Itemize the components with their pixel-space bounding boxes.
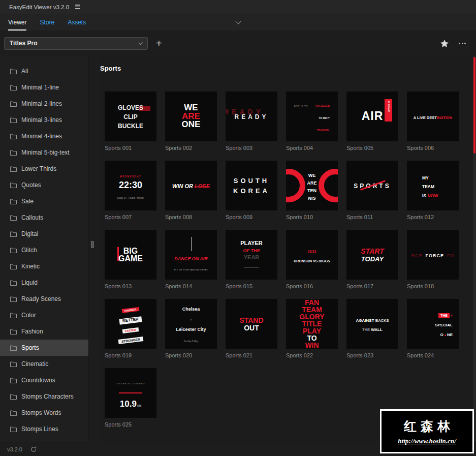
template-thumbnail[interactable]: READYREADY: [226, 92, 277, 141]
thumb-art: WEDNESDAY22:30Stage 14 · Rodez / Mende: [105, 161, 156, 210]
more-options-icon[interactable]: [459, 43, 466, 44]
thumb-text: DANCE ON AIR: [174, 256, 208, 261]
template-thumbnail[interactable]: PLAYEROF THEYEAR: [226, 230, 277, 280]
content-area: Sports GLOVESCLIPBUCKLESports 001WEAREON…: [100, 56, 473, 442]
thumb-text: FORCE: [423, 253, 448, 258]
thumb-text: NOW: [427, 193, 438, 198]
sidebar-item-stomps-characters[interactable]: Stomps Characters: [0, 388, 88, 405]
vertical-scrollbar[interactable]: [473, 56, 476, 442]
sidebar-item-liquid[interactable]: Liquid: [0, 275, 88, 291]
thumb-text: HARDER: [122, 307, 139, 313]
sidebar-item-stomps-lines[interactable]: Stomps Lines: [0, 421, 88, 437]
template-thumbnail[interactable]: DANCE ON AIRFLY ON YOUR DANCING SHOES: [165, 230, 217, 280]
sidebar-item-label: Countdowns: [21, 377, 55, 384]
thumb-art: DISTANCE COVERED10.9 KM: [105, 368, 156, 418]
sidebar-item-glitch[interactable]: Glitch: [0, 242, 88, 258]
sidebar-item-ready-scenes[interactable]: Ready Scenes: [0, 291, 88, 307]
grid-cell: 02/13BRONSON VS RIGGSSports 016: [286, 230, 338, 289]
thumbnail-label: Sports 021: [226, 352, 277, 358]
thumbnail-label: Sports 010: [286, 214, 338, 220]
thumb-art: READY: [226, 92, 277, 141]
sidebar-item-lower-thirds[interactable]: Lower Thirds: [0, 161, 88, 177]
chevron-down-icon[interactable]: [235, 18, 241, 24]
template-thumbnail[interactable]: THE ×SPECIALO■NE: [407, 299, 459, 349]
hamburger-menu-icon[interactable]: [75, 5, 80, 9]
template-thumbnail[interactable]: WEARETENNIS: [286, 161, 338, 210]
sidebar-item-minimal-3-lines[interactable]: Minimal 3-lines: [0, 112, 88, 128]
sidebar-item-minimal-4-lines[interactable]: Minimal 4-lines: [0, 128, 88, 144]
folder-icon: [10, 427, 17, 432]
thumb-text: FO: [447, 253, 455, 258]
main-area: AllMinimal 1-lineMinimal 2-linesMinimal …: [0, 56, 473, 442]
template-thumbnail[interactable]: WIN OR LOSE: [165, 161, 217, 210]
preset-dropdown[interactable]: Titles Pro: [4, 37, 148, 50]
sidebar-item-label: Quotes: [21, 181, 41, 189]
thumb-art: Chelsea×Leicester CitySunday 8 May: [165, 299, 217, 349]
thumb-text: SOUTH: [234, 177, 270, 185]
thumb-text: [119, 392, 142, 393]
thumbnail-label: Sports 014: [165, 283, 217, 289]
add-button[interactable]: +: [156, 38, 162, 48]
template-thumbnail[interactable]: AIRIN THE AIR: [346, 92, 398, 141]
template-thumbnail[interactable]: WEDNESDAY22:30Stage 14 · Rodez / Mende: [105, 161, 156, 210]
scrollbar-thumb[interactable]: [473, 57, 475, 154]
template-thumbnail[interactable]: Chelsea×Leicester CitySunday 8 May: [165, 299, 217, 349]
sidebar-item-callouts[interactable]: Callouts: [0, 209, 88, 226]
thumb-text: BUCKLE: [118, 123, 143, 130]
folder-icon: [10, 394, 17, 400]
template-thumbnail[interactable]: DISTANCE COVERED10.9 KM: [105, 368, 156, 418]
template-thumbnail[interactable]: GLOVESCLIPBUCKLE: [105, 92, 156, 141]
sidebar-item-kinetic[interactable]: Kinetic: [0, 258, 88, 275]
favorite-star-icon[interactable]: [440, 40, 449, 47]
pane-resize-handle[interactable]: [89, 56, 100, 442]
thumbnail-label: Sports 001: [105, 145, 156, 151]
thumb-art: SOUTHKOREA: [226, 161, 277, 210]
thumb-art: GLOVESCLIPBUCKLE: [105, 92, 156, 141]
thumb-text: A LIVE DEST: [414, 115, 437, 120]
folder-icon: [10, 410, 17, 416]
sidebar-item-sale[interactable]: Sale: [0, 193, 88, 209]
thumb-art: 02/13BRONSON VS RIGGS: [286, 230, 338, 280]
template-thumbnail[interactable]: A LIVE DESTINATION: [407, 92, 459, 141]
sidebar-item-stomps-words[interactable]: Stomps Words: [0, 405, 88, 421]
template-thumbnail[interactable]: TO EXCEEDTO DEFYTO EXCELFOCUS TO: [286, 92, 338, 141]
sidebar-item-label: Fashion: [21, 328, 43, 335]
template-thumbnail[interactable]: SPORTS: [346, 161, 398, 210]
template-thumbnail[interactable]: HARDERBETTERFASTERSTRONGER: [105, 299, 156, 349]
thumb-text: MY: [422, 175, 429, 180]
sidebar-item-sports[interactable]: Sports: [0, 340, 88, 356]
refresh-icon[interactable]: [30, 446, 37, 452]
thumb-text: WIN: [305, 341, 319, 349]
template-thumbnail[interactable]: BIGGAME: [105, 230, 156, 280]
template-thumbnail[interactable]: AGAINST BACKSTHE WALL: [346, 299, 398, 349]
tab-store[interactable]: Store: [40, 14, 54, 31]
template-thumbnail[interactable]: SOUTHKOREA: [226, 161, 277, 210]
thumb-text: Sunday 8 May: [184, 340, 199, 343]
sidebar-item-fashion[interactable]: Fashion: [0, 323, 88, 340]
template-thumbnail[interactable]: STARTTODAY: [346, 230, 398, 280]
template-thumbnail[interactable]: RCEFORCEFO: [407, 230, 459, 280]
sidebar-item-color[interactable]: Color: [0, 307, 88, 323]
thumbnail-label: Sports 019: [105, 352, 156, 358]
template-thumbnail[interactable]: FANTEAMGLORYTITLEPLAYTOWIN: [286, 299, 338, 349]
sidebar-item-all[interactable]: All: [0, 63, 88, 79]
sidebar-item-label: Sale: [21, 198, 34, 205]
tab-viewer[interactable]: Viewer: [8, 14, 26, 31]
sidebar-item-cinematic[interactable]: Cinematic: [0, 356, 88, 372]
tab-assets[interactable]: Assets: [68, 14, 86, 31]
sidebar-item-minimal-1-line[interactable]: Minimal 1-line: [0, 79, 88, 96]
sidebar-item-quotes[interactable]: Quotes: [0, 177, 88, 193]
sidebar-item-digital[interactable]: Digital: [0, 226, 88, 242]
template-thumbnail[interactable]: STANDOUT: [226, 299, 277, 349]
grid-cell: WEDNESDAY22:30Stage 14 · Rodez / MendeSp…: [105, 161, 156, 220]
grid-cell: A LIVE DESTINATIONSports 006: [407, 92, 459, 151]
template-thumbnail[interactable]: 02/13BRONSON VS RIGGS: [286, 230, 338, 280]
folder-icon: [10, 361, 17, 367]
sidebar-item-countdowns[interactable]: Countdowns: [0, 372, 88, 388]
sidebar-item-minimal-5-big-text[interactable]: Minimal 5-big-text: [0, 144, 88, 161]
template-thumbnail[interactable]: WEAREONE: [165, 92, 217, 141]
template-thumbnail[interactable]: MYTEAMIS NOW: [407, 161, 459, 210]
sidebar-item-minimal-2-lines[interactable]: Minimal 2-lines: [0, 96, 88, 112]
thumbnail-label: Sports 016: [286, 283, 338, 289]
sidebar-item-label: Cinematic: [21, 360, 48, 368]
